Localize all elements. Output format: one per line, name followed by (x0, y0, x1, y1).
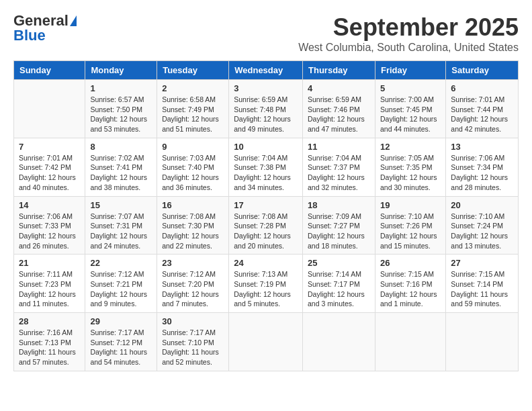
day-number: 28 (19, 316, 80, 326)
calendar-cell: 30Sunrise: 7:17 AMSunset: 7:10 PMDayligh… (157, 313, 229, 371)
day-number: 20 (451, 200, 513, 210)
day-info: Sunrise: 7:17 AMSunset: 7:12 PMDaylight:… (90, 328, 152, 367)
calendar-cell: 1Sunrise: 6:57 AMSunset: 7:50 PMDaylight… (85, 80, 157, 138)
day-number: 26 (380, 258, 441, 268)
day-number: 10 (234, 142, 298, 152)
calendar-cell: 4Sunrise: 6:59 AMSunset: 7:46 PMDaylight… (303, 80, 375, 138)
day-number: 23 (162, 258, 224, 268)
calendar-cell: 13Sunrise: 7:06 AMSunset: 7:34 PMDayligh… (446, 138, 519, 196)
day-info: Sunrise: 6:59 AMSunset: 7:46 PMDaylight:… (308, 95, 370, 134)
day-number: 18 (308, 200, 370, 210)
day-number: 8 (90, 142, 152, 152)
day-number: 6 (451, 83, 513, 93)
calendar-week-row: 7Sunrise: 7:01 AMSunset: 7:42 PMDaylight… (14, 138, 519, 196)
weekday-header: Monday (85, 61, 157, 80)
day-info: Sunrise: 7:04 AMSunset: 7:37 PMDaylight:… (308, 153, 370, 193)
day-info: Sunrise: 7:07 AMSunset: 7:31 PMDaylight:… (90, 212, 152, 251)
weekday-header-row: SundayMondayTuesdayWednesdayThursdayFrid… (14, 61, 519, 80)
calendar-cell: 25Sunrise: 7:14 AMSunset: 7:17 PMDayligh… (303, 255, 375, 313)
day-number: 21 (19, 258, 80, 268)
calendar-cell (446, 313, 519, 371)
day-info: Sunrise: 7:01 AMSunset: 7:42 PMDaylight:… (19, 153, 80, 193)
calendar-cell: 28Sunrise: 7:16 AMSunset: 7:13 PMDayligh… (14, 313, 85, 371)
calendar-cell (375, 313, 445, 371)
day-info: Sunrise: 7:17 AMSunset: 7:10 PMDaylight:… (162, 328, 224, 367)
day-info: Sunrise: 7:05 AMSunset: 7:35 PMDaylight:… (380, 153, 441, 193)
day-info: Sunrise: 7:06 AMSunset: 7:33 PMDaylight:… (19, 212, 80, 251)
calendar-cell: 9Sunrise: 7:03 AMSunset: 7:40 PMDaylight… (157, 138, 229, 196)
day-info: Sunrise: 6:59 AMSunset: 7:48 PMDaylight:… (234, 95, 298, 134)
calendar-cell: 16Sunrise: 7:08 AMSunset: 7:30 PMDayligh… (157, 196, 229, 255)
logo-text: General (13, 13, 69, 28)
day-info: Sunrise: 7:10 AMSunset: 7:24 PMDaylight:… (451, 212, 513, 251)
day-number: 16 (162, 200, 224, 210)
day-number: 3 (234, 83, 298, 93)
logo: General Blue (13, 13, 77, 43)
calendar-week-row: 21Sunrise: 7:11 AMSunset: 7:23 PMDayligh… (14, 255, 519, 313)
title-block: September 2025 West Columbia, South Caro… (298, 13, 519, 54)
calendar-cell: 19Sunrise: 7:10 AMSunset: 7:26 PMDayligh… (375, 196, 445, 255)
calendar-cell: 22Sunrise: 7:12 AMSunset: 7:21 PMDayligh… (85, 255, 157, 313)
calendar-cell: 18Sunrise: 7:09 AMSunset: 7:27 PMDayligh… (303, 196, 375, 255)
day-number: 2 (162, 83, 224, 93)
calendar-cell: 15Sunrise: 7:07 AMSunset: 7:31 PMDayligh… (85, 196, 157, 255)
day-info: Sunrise: 7:11 AMSunset: 7:23 PMDaylight:… (19, 269, 80, 309)
day-info: Sunrise: 7:00 AMSunset: 7:45 PMDaylight:… (380, 95, 441, 134)
day-number: 29 (90, 316, 152, 326)
day-number: 22 (90, 258, 152, 268)
day-info: Sunrise: 7:12 AMSunset: 7:21 PMDaylight:… (90, 269, 152, 309)
weekday-header: Tuesday (157, 61, 229, 80)
day-info: Sunrise: 7:12 AMSunset: 7:20 PMDaylight:… (162, 269, 224, 309)
calendar-cell: 6Sunrise: 7:01 AMSunset: 7:44 PMDaylight… (446, 80, 519, 138)
calendar-cell: 3Sunrise: 6:59 AMSunset: 7:48 PMDaylight… (229, 80, 303, 138)
calendar-cell: 8Sunrise: 7:02 AMSunset: 7:41 PMDaylight… (85, 138, 157, 196)
day-info: Sunrise: 7:03 AMSunset: 7:40 PMDaylight:… (162, 153, 224, 193)
day-info: Sunrise: 7:09 AMSunset: 7:27 PMDaylight:… (308, 212, 370, 251)
day-info: Sunrise: 7:04 AMSunset: 7:38 PMDaylight:… (234, 153, 298, 193)
day-number: 14 (19, 200, 80, 210)
day-info: Sunrise: 7:02 AMSunset: 7:41 PMDaylight:… (90, 153, 152, 193)
day-info: Sunrise: 7:16 AMSunset: 7:13 PMDaylight:… (19, 328, 80, 367)
calendar-cell: 5Sunrise: 7:00 AMSunset: 7:45 PMDaylight… (375, 80, 445, 138)
day-number: 7 (19, 142, 80, 152)
day-number: 5 (380, 83, 441, 93)
day-info: Sunrise: 7:13 AMSunset: 7:19 PMDaylight:… (234, 269, 298, 309)
day-number: 30 (162, 316, 224, 326)
calendar-cell (303, 313, 375, 371)
calendar-week-row: 14Sunrise: 7:06 AMSunset: 7:33 PMDayligh… (14, 196, 519, 255)
weekday-header: Wednesday (229, 61, 303, 80)
day-info: Sunrise: 7:06 AMSunset: 7:34 PMDaylight:… (451, 153, 513, 193)
day-number: 9 (162, 142, 224, 152)
day-number: 15 (90, 200, 152, 210)
calendar-cell: 11Sunrise: 7:04 AMSunset: 7:37 PMDayligh… (303, 138, 375, 196)
day-info: Sunrise: 7:14 AMSunset: 7:17 PMDaylight:… (308, 269, 370, 309)
day-number: 13 (451, 142, 513, 152)
day-number: 4 (308, 83, 370, 93)
calendar-cell: 12Sunrise: 7:05 AMSunset: 7:35 PMDayligh… (375, 138, 445, 196)
calendar-cell: 14Sunrise: 7:06 AMSunset: 7:33 PMDayligh… (14, 196, 85, 255)
calendar-cell: 20Sunrise: 7:10 AMSunset: 7:24 PMDayligh… (446, 196, 519, 255)
calendar-cell: 2Sunrise: 6:58 AMSunset: 7:49 PMDaylight… (157, 80, 229, 138)
day-info: Sunrise: 7:08 AMSunset: 7:30 PMDaylight:… (162, 212, 224, 251)
day-number: 17 (234, 200, 298, 210)
day-number: 24 (234, 258, 298, 268)
day-number: 27 (451, 258, 513, 268)
day-info: Sunrise: 6:57 AMSunset: 7:50 PMDaylight:… (90, 95, 152, 134)
day-number: 19 (380, 200, 441, 210)
calendar-week-row: 1Sunrise: 6:57 AMSunset: 7:50 PMDaylight… (14, 80, 519, 138)
location-title: West Columbia, South Carolina, United St… (298, 42, 519, 54)
day-info: Sunrise: 7:15 AMSunset: 7:16 PMDaylight:… (380, 269, 441, 309)
day-number: 1 (90, 83, 152, 93)
calendar-cell: 26Sunrise: 7:15 AMSunset: 7:16 PMDayligh… (375, 255, 445, 313)
logo-triangle-icon (70, 15, 77, 26)
day-number: 25 (308, 258, 370, 268)
calendar-cell: 17Sunrise: 7:08 AMSunset: 7:28 PMDayligh… (229, 196, 303, 255)
weekday-header: Saturday (446, 61, 519, 80)
day-number: 12 (380, 142, 441, 152)
day-info: Sunrise: 7:08 AMSunset: 7:28 PMDaylight:… (234, 212, 298, 251)
day-info: Sunrise: 6:58 AMSunset: 7:49 PMDaylight:… (162, 95, 224, 134)
calendar-cell: 21Sunrise: 7:11 AMSunset: 7:23 PMDayligh… (14, 255, 85, 313)
calendar-cell: 7Sunrise: 7:01 AMSunset: 7:42 PMDaylight… (14, 138, 85, 196)
calendar-cell: 29Sunrise: 7:17 AMSunset: 7:12 PMDayligh… (85, 313, 157, 371)
calendar-cell: 23Sunrise: 7:12 AMSunset: 7:20 PMDayligh… (157, 255, 229, 313)
